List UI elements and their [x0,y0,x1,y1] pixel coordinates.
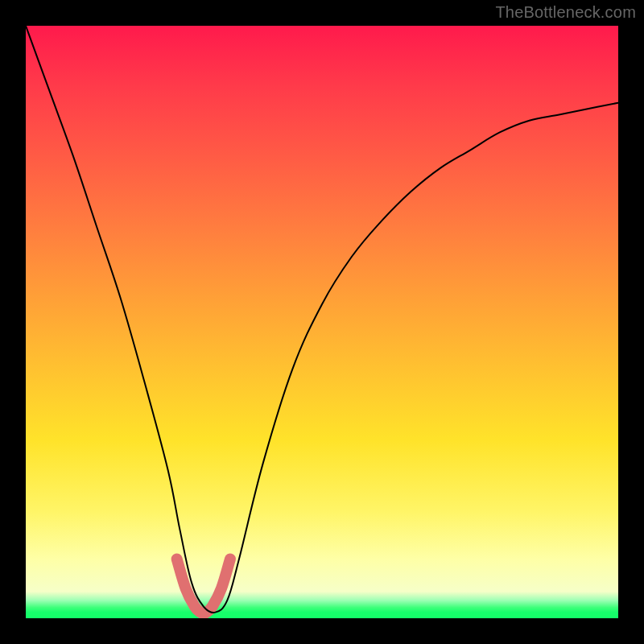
watermark-text: TheBottleneck.com [495,3,636,22]
plot-area [26,26,618,618]
chart-frame: TheBottleneck.com [0,0,644,644]
curves-svg [26,26,618,618]
main-curve-line [26,26,618,613]
